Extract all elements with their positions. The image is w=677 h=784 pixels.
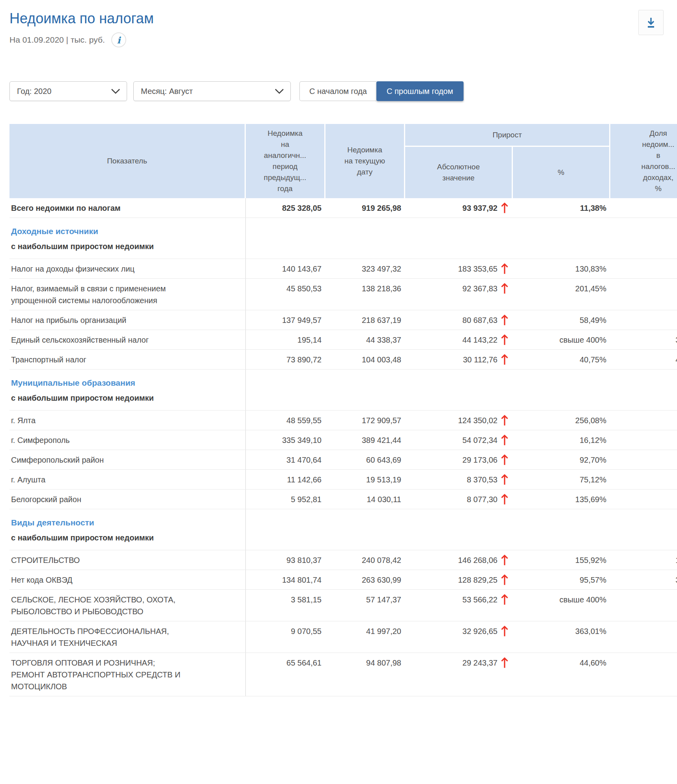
section-subtitle: с наибольшим приростом недоимки (11, 240, 230, 252)
row-label: Транспортный налог (9, 350, 246, 369)
current-value: 919 265,98 (325, 198, 405, 218)
header-growth-group: Прирост (405, 124, 610, 147)
growth-abs-value: 93 937,92 (405, 198, 513, 218)
section-subtitle: с наибольшим приростом недоимки (11, 392, 230, 404)
increase-arrow-icon (500, 263, 509, 275)
prev-period-value: 5 952,81 (246, 490, 325, 509)
header-share: Доля недоим... в налогов... доходах, % (610, 124, 677, 198)
current-value: 240 078,42 (325, 550, 405, 570)
table-row: Налог, взимаемый в связи с применением у… (9, 279, 677, 310)
table-row: Налог на доходы физических лиц140 143,67… (9, 259, 677, 279)
prev-period-value: 134 801,74 (246, 570, 325, 589)
increase-arrow-icon (500, 554, 509, 566)
current-value: 389 421,44 (325, 430, 405, 450)
increase-arrow-icon (500, 474, 509, 486)
table-header: Показатель Недоимка на аналогичн... пери… (9, 124, 677, 198)
filter-bar: Год: 2020 Месяц: Август С началом года С… (9, 81, 677, 101)
page: Недоимка по налогам На 01.09.2020 | тыс.… (0, 10, 677, 696)
current-value: 19 513,19 (325, 470, 405, 489)
prev-period-value: 3 581,15 (246, 590, 325, 621)
share-value: 3,09% (610, 198, 677, 218)
chevron-down-icon (275, 88, 284, 94)
row-label: Нет кода ОКВЭД (9, 570, 246, 589)
row-label: СТРОИТЕЛЬСТВО (9, 550, 246, 570)
share-value: 33,44% (610, 570, 677, 589)
share-value: 5,93% (610, 411, 677, 430)
row-label: СЕЛЬСКОЕ, ЛЕСНОЕ ХОЗЯЙСТВО, ОХОТА, РЫБОЛ… (9, 590, 246, 621)
growth-pct-value: 130,83% (513, 259, 610, 278)
section-title: Виды деятельности (11, 517, 230, 529)
share-value: 2,62% (610, 470, 677, 489)
growth-abs-value: 32 926,65 (405, 621, 513, 653)
growth-pct-value: 11,38% (513, 198, 610, 218)
row-label: Всего недоимки по налогам (9, 198, 246, 218)
growth-abs-value: 80 687,63 (405, 310, 513, 330)
toggle-from-year-start[interactable]: С началом года (299, 81, 376, 101)
current-value: 60 643,69 (325, 450, 405, 469)
prev-period-value: 140 143,67 (246, 259, 325, 278)
download-button[interactable] (638, 10, 664, 35)
row-label: ТОРГОВЛЯ ОПТОВАЯ И РОЗНИЧНАЯ; РЕМОНТ АВТ… (9, 653, 246, 696)
row-label: г. Ялта (9, 411, 246, 430)
increase-arrow-icon (500, 283, 509, 294)
info-icon[interactable]: i (111, 32, 126, 47)
year-dropdown[interactable]: Год: 2020 (9, 81, 127, 101)
share-value: 6,56% (610, 590, 677, 621)
growth-pct-value: 201,45% (513, 279, 610, 310)
growth-abs-value: 183 353,65 (405, 259, 513, 278)
current-value: 172 909,57 (325, 411, 405, 430)
page-subtitle: На 01.09.2020 | тыс. руб. (9, 35, 105, 45)
growth-pct-value: 16,12% (513, 430, 610, 450)
page-title: Недоимка по налогам (9, 10, 677, 27)
share-value: 4,41% (610, 310, 677, 330)
current-value: 104 003,48 (325, 350, 405, 369)
row-label: г. Алушта (9, 470, 246, 489)
section-row: Доходные источникис наибольшим приростом… (9, 218, 677, 259)
row-label: Симферопольский район (9, 450, 246, 469)
current-value: 41 997,20 (325, 621, 405, 653)
increase-arrow-icon (500, 574, 509, 586)
prev-period-value: 137 949,57 (246, 310, 325, 330)
table-row: Налог на прибыль организаций137 949,5721… (9, 310, 677, 330)
row-label: Налог, взимаемый в связи с применением у… (9, 279, 246, 310)
month-dropdown-value: Месяц: Август (141, 87, 193, 96)
header-indicator: Показатель (9, 124, 246, 198)
section-subtitle: с наибольшим приростом недоимки (11, 532, 230, 544)
share-value: 2,92% (610, 430, 677, 450)
row-label: Налог на доходы физических лиц (9, 259, 246, 278)
month-dropdown[interactable]: Месяц: Август (133, 81, 291, 101)
row-label: ДЕЯТЕЛЬНОСТЬ ПРОФЕССИОНАЛЬНАЯ, НАУЧНАЯ И… (9, 621, 246, 653)
growth-pct-value: 135,69% (513, 490, 610, 509)
header-current-date: Недоимка на текущую дату (325, 124, 405, 198)
table-row: Единый сельскохозяйственный налог195,144… (9, 330, 677, 350)
increase-arrow-icon (500, 434, 509, 446)
table-row: Нет кода ОКВЭД134 801,74263 630,99128 82… (9, 570, 677, 590)
subtitle-row: На 01.09.2020 | тыс. руб. i (9, 32, 677, 47)
toggle-vs-last-year[interactable]: С прошлым годом (376, 81, 464, 101)
increase-arrow-icon (500, 415, 509, 426)
prev-period-value: 45 850,53 (246, 279, 325, 310)
row-label: г. Симферополь (9, 430, 246, 450)
growth-pct-value: свыше 400% (513, 590, 610, 621)
year-dropdown-value: Год: 2020 (17, 87, 51, 96)
growth-pct-value: 92,70% (513, 450, 610, 469)
prev-period-value: 825 328,05 (246, 198, 325, 218)
share-value: 36,05% (610, 330, 677, 349)
increase-arrow-icon (500, 594, 509, 606)
section-row: Виды деятельностис наибольшим приростом … (9, 509, 677, 550)
table-row: г. Ялта48 559,55172 909,57124 350,02256,… (9, 411, 677, 430)
current-value: 218 637,19 (325, 310, 405, 330)
download-icon (645, 16, 657, 29)
growth-pct-value: 256,08% (513, 411, 610, 430)
share-value: 48,04% (610, 350, 677, 369)
prev-period-value: 335 349,10 (246, 430, 325, 450)
current-value: 323 497,32 (325, 259, 405, 278)
header-growth-abs: Абсолютное значение (405, 147, 513, 198)
table-row: Транспортный налог73 890,72104 003,4830 … (9, 350, 677, 369)
row-label: Единый сельскохозяйственный налог (9, 330, 246, 349)
header-prev-period: Недоимка на аналогичн... период предыдущ… (246, 124, 325, 198)
table-row: г. Симферополь335 349,10389 421,4454 072… (9, 430, 677, 450)
section-empty-cells (246, 369, 677, 410)
section-title: Муниципальные образования (11, 377, 230, 389)
prev-period-value: 65 564,61 (246, 653, 325, 696)
